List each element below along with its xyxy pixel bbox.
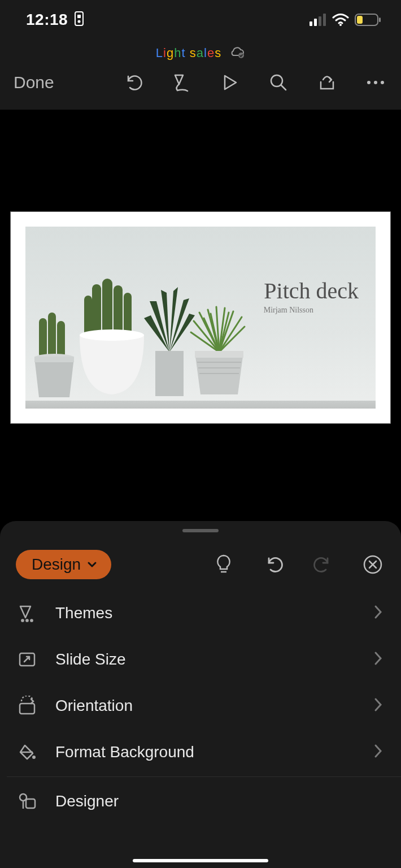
document-title[interactable]: Light sales — [156, 46, 221, 60]
menu-label: Orientation — [55, 697, 356, 715]
chevron-right-icon — [373, 650, 383, 669]
svg-rect-17 — [34, 357, 74, 362]
slide-size-icon — [16, 648, 38, 671]
svg-rect-14 — [48, 313, 56, 358]
doc-title-row: Light sales — [0, 43, 401, 63]
undo-sheet-icon[interactable] — [261, 552, 286, 577]
svg-rect-0 — [75, 12, 83, 25]
orientation-icon — [16, 695, 38, 717]
status-right — [310, 14, 381, 26]
cell-signal-icon — [310, 14, 326, 26]
svg-rect-2 — [77, 15, 81, 18]
slide-heading: Pitch deck — [264, 277, 359, 304]
wifi-icon — [332, 14, 349, 26]
chevron-right-icon — [373, 604, 383, 622]
share-icon[interactable] — [315, 71, 339, 94]
svg-rect-24 — [155, 351, 184, 396]
svg-point-45 — [30, 619, 32, 621]
slide-image: Pitch deck Mirjam Nilsson — [25, 227, 376, 409]
play-icon[interactable] — [218, 71, 242, 94]
svg-point-11 — [238, 53, 244, 58]
svg-rect-19 — [102, 279, 112, 338]
menu-item-format-background[interactable]: Format Background — [0, 729, 401, 775]
svg-point-48 — [32, 756, 36, 759]
close-icon[interactable] — [360, 552, 385, 577]
svg-rect-10 — [357, 16, 363, 24]
lightbulb-icon[interactable] — [211, 552, 236, 577]
chip-label: Design — [32, 555, 81, 574]
status-left: 12:18 — [26, 11, 85, 29]
menu-label: Designer — [55, 792, 383, 810]
battery-icon — [355, 14, 381, 26]
search-icon[interactable] — [267, 71, 290, 94]
slide-canvas[interactable]: Pitch deck Mirjam Nilsson — [0, 110, 401, 424]
chevron-down-icon — [86, 559, 98, 570]
svg-point-1 — [78, 20, 81, 23]
svg-rect-37 — [195, 351, 243, 358]
chevron-right-icon — [373, 697, 383, 715]
card-icon — [73, 11, 85, 28]
home-indicator[interactable] — [133, 859, 268, 862]
undo-icon[interactable] — [121, 71, 145, 94]
plant-4 — [182, 284, 256, 403]
menu-label: Format Background — [55, 743, 356, 761]
more-icon[interactable] — [364, 71, 387, 94]
status-bar: 12:18 — [0, 0, 401, 40]
menu-item-designer[interactable]: Designer — [0, 778, 401, 824]
sheet-grabber[interactable] — [182, 529, 219, 532]
design-chip[interactable]: Design — [16, 550, 111, 579]
paint-bucket-icon — [16, 741, 38, 763]
svg-point-12 — [271, 75, 282, 86]
menu-item-slide-size[interactable]: Slide Size — [0, 636, 401, 683]
app-header: Light sales Done — [0, 40, 401, 110]
cloud-sync-icon[interactable] — [228, 46, 245, 60]
svg-point-7 — [339, 24, 342, 26]
slide-subtitle: Mirjam Nilsson — [264, 306, 313, 315]
designer-icon — [16, 790, 38, 813]
svg-rect-4 — [314, 19, 317, 26]
svg-point-23 — [80, 329, 144, 341]
design-menu: Themes Slide Size — [0, 584, 401, 824]
sheet-header: Design — [0, 545, 401, 584]
svg-rect-6 — [323, 14, 326, 26]
menu-item-orientation[interactable]: Orientation — [0, 683, 401, 729]
svg-rect-13 — [39, 318, 47, 358]
svg-point-44 — [26, 619, 28, 621]
menu-label: Themes — [55, 604, 356, 622]
svg-rect-9 — [379, 18, 381, 22]
clock: 12:18 — [26, 11, 68, 29]
draw-icon[interactable] — [169, 71, 193, 94]
toolbar: Done — [0, 63, 401, 102]
svg-rect-47 — [20, 704, 34, 714]
design-sheet: Design — [0, 521, 401, 868]
slide-thumbnail[interactable]: Pitch deck Mirjam Nilsson — [10, 211, 391, 424]
redo-sheet-icon — [311, 552, 335, 577]
chevron-right-icon — [373, 743, 383, 761]
svg-rect-3 — [310, 21, 312, 26]
svg-rect-15 — [57, 321, 65, 358]
done-button[interactable]: Done — [14, 73, 66, 92]
themes-icon — [16, 602, 38, 624]
menu-item-themes[interactable]: Themes — [0, 590, 401, 636]
svg-rect-50 — [26, 799, 35, 808]
svg-point-43 — [21, 619, 23, 621]
menu-label: Slide Size — [55, 650, 356, 669]
menu-divider — [7, 776, 401, 777]
svg-rect-5 — [319, 16, 321, 26]
